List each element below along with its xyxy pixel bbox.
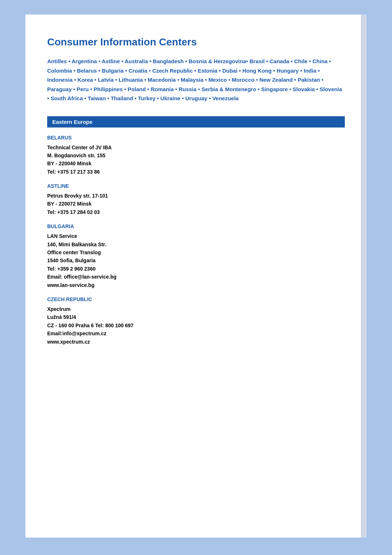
address-block: Petrus Brovky str. 17-101BY - 220072 Min…: [47, 192, 345, 216]
address-block: Technical Center of JV IBAM. Bogdanovich…: [47, 143, 345, 176]
address-line: Petrus Brovky str. 17-101: [47, 192, 345, 200]
country-name: CZECH REPUBLIC: [47, 296, 345, 302]
address-line: Lužná 591/4: [47, 313, 345, 321]
address-line: www.xpectrum.cz: [47, 338, 345, 346]
address-line: Email: office@lan-service.bg: [47, 273, 345, 281]
address-line: Tel: +375 17 284 02 03: [47, 208, 345, 216]
page-title: Consumer Information Centers: [47, 36, 345, 48]
address-line: Office center Translog: [47, 248, 345, 256]
address-line: www.lan-service.bg: [47, 281, 345, 289]
address-block: LAN Service140, Mimi Balkanska Str.Offic…: [47, 232, 345, 289]
country-name: ASTLINE: [47, 183, 345, 189]
address-line: 1540 Sofia, Bulgaria: [47, 256, 345, 264]
address-line: Xpectrum: [47, 305, 345, 313]
section-header: Eastern Europe: [47, 116, 345, 127]
address-line: Email:info@xpectrum.cz: [47, 329, 345, 337]
address-block: XpectrumLužná 591/4CZ - 160 00 Praha 6 T…: [47, 305, 345, 346]
address-line: Tel: +375 17 217 33 86: [47, 168, 345, 176]
address-line: BY - 220040 Minsk: [47, 159, 345, 167]
countries-list: BELARUSTechnical Center of JV IBAM. Bogd…: [47, 135, 345, 346]
address-line: Technical Center of JV IBA: [47, 143, 345, 151]
country-links: Antilles • Argentina • Astline • Austral…: [47, 57, 345, 103]
address-line: LAN Service: [47, 232, 345, 240]
address-line: 140, Mimi Balkanska Str.: [47, 240, 345, 248]
address-line: M. Bogdanovich str. 155: [47, 151, 345, 159]
country-name: BULGARIA: [47, 223, 345, 229]
country-name: BELARUS: [47, 135, 345, 141]
address-line: CZ - 160 00 Praha 6 Tel: 800 100 697: [47, 321, 345, 329]
address-line: BY - 220072 Minsk: [47, 200, 345, 208]
address-line: Tel: +359 2 960 2360: [47, 265, 345, 273]
page-container: Consumer Information Centers Antilles • …: [25, 15, 367, 538]
